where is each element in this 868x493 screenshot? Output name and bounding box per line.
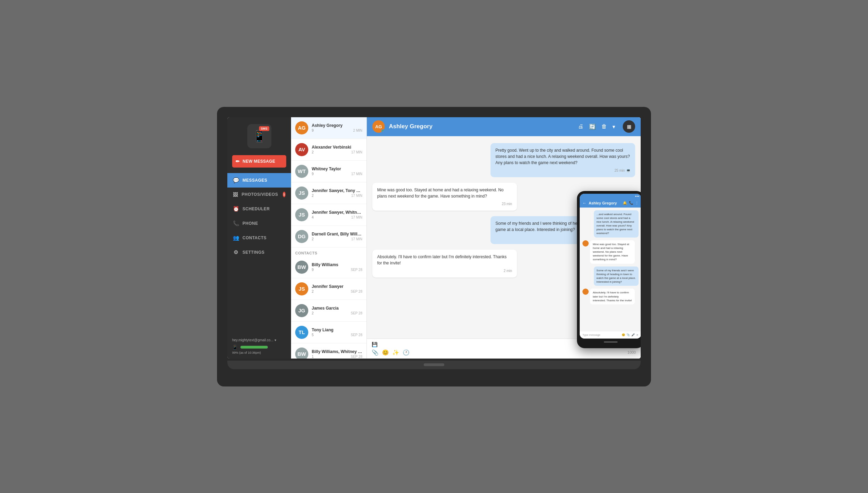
- avatar-tony-liang: TL: [295, 326, 308, 339]
- phone-bottom-bar: [580, 339, 641, 345]
- phone-send-icon[interactable]: ➤: [636, 333, 639, 336]
- account-email[interactable]: hey.mightytext@gmail.co... ▾: [232, 338, 286, 342]
- chat-header-name: Ashley Gregory: [389, 123, 574, 130]
- message-4: Absolutely. I'll have to confirm later b…: [372, 250, 517, 278]
- photos-icon: 🖼: [233, 192, 238, 198]
- sidebar-item-phone[interactable]: 📞 PHONE: [227, 216, 291, 231]
- refresh-icon[interactable]: 🔄: [589, 123, 596, 130]
- phone-status-bar: ●●●: [580, 194, 641, 199]
- magic-icon[interactable]: ✨: [392, 349, 399, 356]
- chat-header-actions: 🖨 🔄 🗑 ▾: [578, 123, 615, 130]
- phone-emoji-icon[interactable]: 😊: [622, 333, 625, 336]
- phone-msg-2: Mine was good too. Stayed at home and ha…: [590, 240, 635, 264]
- sidebar-item-contacts[interactable]: 👥 CONTACTS: [227, 231, 291, 245]
- conv-time: SEP 28: [351, 311, 362, 315]
- conv-time: 17 MIN: [351, 150, 362, 154]
- phone-msg-4: Absolutely. I'll have to confirm later b…: [590, 289, 635, 304]
- laptop-frame: SMS 📱 ✏ NEW MESSAGE 💬 MESSAGES 🖼 PHOTOS/…: [217, 107, 651, 386]
- conv-count: 1: [312, 355, 314, 359]
- conv-item-jennifer-tony[interactable]: JS Jennifer Sawyer, Tony Liang 2 17 MIN: [291, 182, 366, 204]
- phone-icon: 📞: [233, 220, 239, 227]
- conv-time: SEP 28: [351, 290, 362, 293]
- phone-mini-avatar: [582, 240, 589, 246]
- menu-button[interactable]: ▦: [623, 120, 635, 133]
- home-indicator: [604, 341, 618, 343]
- phone-mic-icon[interactable]: 🎤: [631, 333, 635, 336]
- conv-item-darnell-billy[interactable]: DG Darnell Grant, Billy Williams 2 17 MI…: [291, 226, 366, 248]
- avatar-billy-williams: BW: [295, 261, 308, 274]
- conv-item-billy-whitney[interactable]: BW Billy Williams, Whitney Taylor 1 SEP …: [291, 343, 366, 359]
- conv-name: Whitney Taylor: [312, 167, 362, 171]
- avatar-ashley-gregory: AG: [295, 121, 308, 134]
- char-count: 1000: [628, 350, 636, 354]
- conv-item-alexander-verbinski[interactable]: AV Alexander Verbinski 2 17 MIN: [291, 139, 366, 161]
- phone-notification-icon[interactable]: 🔔: [623, 201, 627, 205]
- msg-time-1: 25 min 💻: [495, 168, 630, 173]
- conv-item-james-garcia[interactable]: JG James Garcia 2 SEP 28: [291, 300, 366, 322]
- conv-item-whitney-taylor[interactable]: WT Whitney Taylor 9 17 MIN: [291, 161, 366, 182]
- attach-icon[interactable]: 📎: [372, 349, 379, 356]
- battery-text: 99% (as of 10:36pm): [232, 351, 286, 354]
- phone-text-input[interactable]: Type message: [582, 333, 620, 336]
- sms-icon: SMS 📱: [247, 124, 271, 148]
- conv-count: 2: [312, 150, 314, 154]
- avatar-jennifer-tony: JS: [295, 187, 308, 200]
- conv-time: SEP 28: [351, 268, 362, 272]
- save-icon[interactable]: 💾: [372, 342, 378, 347]
- delete-icon[interactable]: 🗑: [601, 123, 607, 130]
- laptop-notch: [424, 363, 444, 366]
- print-icon[interactable]: 🖨: [578, 123, 583, 130]
- phone-msg-4-wrap: Absolutely. I'll have to confirm later b…: [582, 289, 639, 304]
- phone-call-icon[interactable]: 📞: [629, 201, 633, 205]
- conv-time: 17 MIN: [351, 172, 362, 176]
- conv-count: 9: [312, 129, 314, 132]
- chat-header: AG Ashley Gregory 🖨 🔄 🗑 ▾ ▦: [367, 117, 641, 136]
- conv-count: 2: [312, 311, 314, 315]
- chat-area: AG Ashley Gregory 🖨 🔄 🗑 ▾ ▦ Pretty good.: [367, 117, 641, 359]
- photos-badge: 1: [283, 192, 286, 197]
- online-indicator: [381, 129, 385, 133]
- sidebar-item-scheduler[interactable]: ⏰ SCHEDULER: [227, 202, 291, 216]
- sidebar-item-messages[interactable]: 💬 MESSAGES: [227, 173, 291, 188]
- sidebar-logo: SMS 📱: [227, 117, 291, 155]
- chat-header-avatar: AG: [372, 120, 385, 133]
- conv-name: Darnell Grant, Billy Williams: [312, 232, 362, 237]
- sidebar-item-settings[interactable]: ⚙ SETTINGS: [227, 245, 291, 260]
- conv-name: James Garcia: [312, 306, 362, 311]
- conv-item-jennifer-sawyer[interactable]: JS Jennifer Sawyer 2 SEP 28: [291, 278, 366, 300]
- conv-name: Ashley Gregory: [312, 123, 362, 128]
- conv-item-ashley-gregory[interactable]: AG Ashley Gregory 9 2 MIN: [291, 117, 366, 139]
- phone-back-button[interactable]: ←: [582, 201, 587, 205]
- phone-overlay: ●●● ← Ashley Gregory 🔔 📞 ⋮ ...and w: [577, 191, 641, 348]
- contacts-section-header: CONTACTS: [291, 248, 366, 256]
- conv-time: SEP 28: [351, 355, 362, 359]
- emoji-icon[interactable]: 😊: [382, 349, 389, 356]
- avatar-billy-whitney: BW: [295, 348, 308, 359]
- phone-more-icon[interactable]: ⋮: [635, 201, 639, 205]
- conv-time: 17 MIN: [351, 237, 362, 241]
- laptop-screen: SMS 📱 ✏ NEW MESSAGE 💬 MESSAGES 🖼 PHOTOS/…: [227, 117, 641, 359]
- phone-msg-1: ...and walked around. Found some cool st…: [594, 210, 639, 238]
- message-2: Mine was good too. Stayed at home and ha…: [372, 183, 517, 211]
- clock-icon[interactable]: 🕐: [403, 349, 410, 356]
- conv-item-billy-williams[interactable]: BW Billy Williams 9 SEP 28: [291, 256, 366, 278]
- conv-count: 2: [312, 290, 314, 293]
- battery-bar: [240, 346, 268, 349]
- conv-item-tony-liang[interactable]: TL Tony Liang 5 SEP 28: [291, 322, 366, 343]
- chevron-down-icon[interactable]: ▾: [612, 123, 615, 130]
- message-1: Pretty good. Went up to the city and wal…: [490, 143, 635, 177]
- conv-name: Jennifer Sawyer, Tony Liang: [312, 188, 362, 193]
- avatar-darnell-billy: DG: [295, 230, 308, 243]
- conv-name: Jennifer Sawyer: [312, 284, 362, 289]
- conv-count: 2: [312, 194, 314, 198]
- phone-attach-icon[interactable]: 📎: [627, 333, 630, 336]
- phone-chat-header: ← Ashley Gregory 🔔 📞 ⋮: [580, 199, 641, 208]
- conv-count: 9: [312, 268, 314, 272]
- sms-badge: SMS: [259, 126, 269, 131]
- dropdown-icon: ▾: [275, 338, 276, 342]
- new-message-button[interactable]: ✏ NEW MESSAGE: [232, 155, 286, 168]
- conv-item-jennifer-whitney[interactable]: JS Jennifer Sawyer, Whitney Taylor 4 17 …: [291, 204, 366, 226]
- sidebar-item-photos[interactable]: 🖼 PHOTOS/VIDEOS 1: [227, 188, 291, 202]
- conversation-list: AG Ashley Gregory 9 2 MIN AV Alexander V…: [291, 117, 367, 359]
- phone-input-icons: 😊 📎 🎤 ➤: [622, 333, 639, 336]
